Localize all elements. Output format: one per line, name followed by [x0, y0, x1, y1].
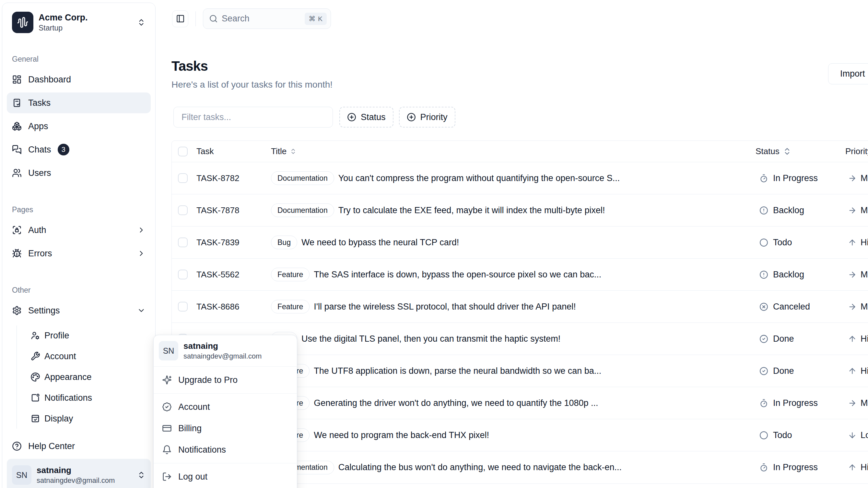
chats-count-badge: 3: [58, 144, 69, 155]
sidebar-item-settings[interactable]: Settings: [7, 300, 151, 321]
sidebar-item-label: Notifications: [44, 393, 92, 403]
sidebar-item-help-center[interactable]: Help Center: [7, 436, 151, 457]
task-title: Try to calculate the EXE feed, maybe it …: [338, 205, 605, 216]
select-all-checkbox[interactable]: [178, 147, 188, 156]
menu-item-upgrade-to-pro[interactable]: Upgrade to Pro: [156, 369, 294, 391]
task-status: Todo: [755, 237, 844, 248]
sidebar-item-users[interactable]: Users: [7, 163, 151, 183]
status-filter-button[interactable]: Status: [339, 107, 394, 127]
filter-input[interactable]: [174, 107, 333, 127]
task-priority: Medium: [844, 302, 868, 312]
sidebar-item-label: Dashboard: [28, 75, 71, 85]
priority-label: High: [861, 237, 868, 248]
circle-icon: [760, 238, 768, 247]
task-title: The UTF8 application is down, parse the …: [314, 366, 601, 376]
status-label: Backlog: [773, 205, 804, 216]
task-id: TASK-7839: [196, 237, 270, 248]
row-checkbox[interactable]: [178, 205, 188, 215]
row-checkbox[interactable]: [178, 237, 188, 247]
table-header-row: TaskTitleStatusPriority: [172, 141, 868, 162]
sidebar-item-chats[interactable]: Chats3: [7, 139, 151, 160]
row-checkbox[interactable]: [178, 270, 188, 279]
sidebar-item-auth[interactable]: Auth: [7, 220, 151, 240]
sidebar-item-notifications[interactable]: Notifications: [17, 389, 151, 407]
clipboard-check-icon: [12, 98, 22, 108]
arrow-right-icon: [848, 399, 857, 407]
brand-logo: [12, 12, 33, 33]
sidebar-item-label: Account: [44, 351, 76, 362]
import-button[interactable]: Import: [828, 63, 868, 84]
task-priority: High: [844, 237, 868, 248]
check-circle-icon: [760, 367, 768, 375]
sidebar-item-dashboard[interactable]: Dashboard: [7, 69, 151, 90]
status-label: Todo: [773, 430, 792, 440]
arrow-right-icon: [848, 270, 857, 279]
sidebar-item-label: Display: [44, 414, 73, 424]
search-button[interactable]: Search ⌘ K: [203, 8, 331, 29]
task-id: TASK-5562: [196, 270, 270, 280]
menu-item-billing[interactable]: Billing: [156, 418, 294, 439]
sidebar-item-errors[interactable]: Errors: [7, 243, 151, 264]
sparkles-icon: [162, 375, 172, 385]
user-email: satnaingdev@gmail.com: [37, 476, 115, 485]
task-status: Done: [755, 366, 844, 376]
menu-item-log-out[interactable]: Log out: [156, 466, 294, 487]
priority-filter-button[interactable]: Priority: [399, 107, 455, 127]
menu-item-account[interactable]: Account: [156, 396, 294, 418]
sidebar-user-button[interactable]: SN satnaing satnaingdev@gmail.com: [7, 459, 151, 488]
column-header-title[interactable]: Title: [271, 146, 297, 156]
table-row[interactable]: TASK-7878DocumentationTry to calculate t…: [172, 194, 868, 227]
avatar: SN: [159, 341, 178, 361]
timer-icon: [760, 174, 768, 183]
arrow-up-icon: [848, 367, 857, 375]
row-checkbox[interactable]: [178, 173, 188, 183]
menu-item-label: Upgrade to Pro: [178, 375, 238, 385]
messages-square-icon: [12, 145, 22, 154]
layout-dashboard-icon: [12, 75, 22, 84]
task-label-badge: Bug: [271, 235, 297, 249]
column-header-label: Status: [755, 146, 779, 156]
alert-circle-icon: [760, 270, 768, 279]
workspace-switcher[interactable]: Acme Corp. Startup: [12, 11, 150, 33]
task-title: You can't compress the program without q…: [338, 173, 620, 183]
menu-item-notifications[interactable]: Notifications: [156, 439, 294, 460]
row-checkbox[interactable]: [178, 302, 188, 312]
arrow-up-icon: [848, 335, 857, 343]
column-header-status[interactable]: Status: [755, 146, 792, 156]
sidebar-item-tasks[interactable]: Tasks: [7, 92, 151, 113]
alert-circle-icon: [760, 206, 768, 215]
priority-label: Medium: [861, 398, 868, 408]
column-header-priority[interactable]: Priority: [845, 146, 868, 156]
task-label-badge: Documentation: [271, 171, 334, 185]
sidebar-item-display[interactable]: Display: [17, 409, 151, 428]
arrow-down-icon: [848, 431, 857, 440]
circle-icon: [760, 431, 768, 440]
column-header-task: Task: [196, 146, 270, 156]
sidebar-item-label: Settings: [28, 306, 60, 316]
audio-waveform-icon: [17, 17, 29, 28]
table-row[interactable]: TASK-7839BugWe need to bypass the neural…: [172, 227, 868, 259]
square-dot-icon: [30, 393, 40, 403]
status-label: Done: [773, 366, 794, 376]
task-title: I'll parse the wireless SSL protocol, th…: [314, 302, 576, 312]
table-row[interactable]: TASK-8686FeatureI'll parse the wireless …: [172, 291, 868, 323]
table-row[interactable]: TASK-5562FeatureThe SAS interface is dow…: [172, 259, 868, 291]
task-priority: High: [844, 334, 868, 344]
task-priority: Medium: [844, 205, 868, 216]
sidebar-item-apps[interactable]: Apps: [7, 116, 151, 137]
table-row[interactable]: TASK-8782DocumentationYou can't compress…: [172, 162, 868, 194]
wrench-icon: [30, 351, 40, 361]
menu-item-label: Notifications: [178, 445, 226, 455]
sidebar-item-profile[interactable]: Profile: [17, 326, 151, 345]
chevrons-up-down-icon: [137, 18, 146, 27]
sidebar-item-appearance[interactable]: Appearance: [17, 368, 151, 386]
badge-check-icon: [162, 402, 172, 412]
task-priority: Medium: [844, 398, 868, 408]
sidebar-item-account[interactable]: Account: [17, 347, 151, 366]
task-title: The SAS interface is down, bypass the op…: [314, 270, 601, 280]
palette-icon: [30, 372, 40, 382]
sidebar-toggle-button[interactable]: [172, 10, 188, 27]
search-icon: [209, 14, 218, 23]
timer-icon: [760, 463, 768, 472]
priority-label: Medium: [861, 270, 868, 280]
